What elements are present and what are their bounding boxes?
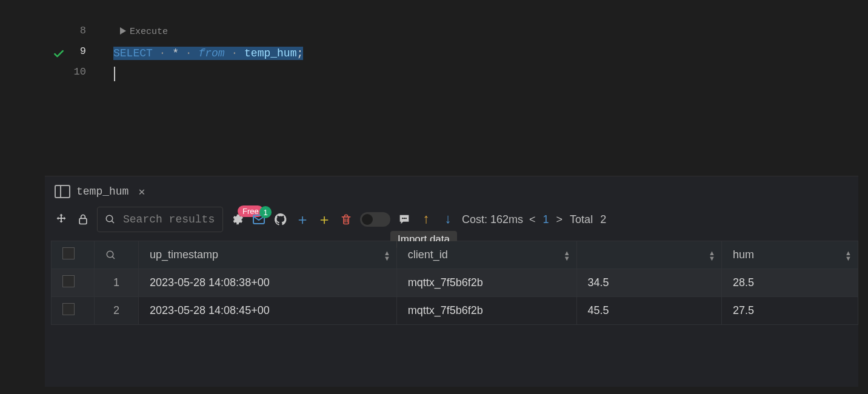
sql-select-line[interactable]: SELECT · * · from · temp_hum; — [113, 46, 303, 61]
cell-client-id: mqttx_7f5b6f2b — [396, 269, 576, 297]
execute-codelens[interactable]: Execute — [120, 27, 168, 37]
pagination: < 1 > Total 2 — [529, 213, 606, 226]
table-row[interactable]: 2 2023-05-28 14:08:45+00 mqttx_7f5b6f2b … — [52, 297, 858, 325]
search-icon — [105, 214, 116, 225]
svg-point-1 — [106, 215, 113, 222]
page-current: 1 — [543, 213, 549, 226]
toggle-switch[interactable] — [360, 212, 390, 227]
svg-point-3 — [402, 218, 403, 219]
table-row[interactable]: 1 2023-05-28 14:08:38+00 mqttx_7f5b6f2b … — [52, 269, 858, 297]
cost-display: Cost: 162ms — [462, 213, 523, 226]
play-icon — [120, 27, 126, 35]
settings-button[interactable]: Free — [229, 212, 245, 227]
col-temp[interactable]: ▲▼ — [576, 241, 721, 269]
svg-point-5 — [406, 218, 407, 219]
sort-icon: ▲▼ — [845, 250, 852, 260]
search-icon — [105, 250, 116, 261]
sort-icon: ▲▼ — [564, 250, 570, 260]
activity-bar — [0, 0, 45, 394]
cell-hum: 27.5 — [721, 297, 858, 325]
next-page-button[interactable]: > — [556, 213, 563, 226]
table-header-row: up_timestamp▲▼ client_id▲▼ ▲▼ hum▲▼ — [52, 241, 858, 269]
results-tab[interactable]: temp_hum — [76, 185, 129, 198]
search-results-box[interactable] — [97, 207, 223, 232]
line-number-gutter: 7 8 9 10 — [56, 0, 86, 82]
comment-icon[interactable] — [396, 212, 412, 227]
svg-point-4 — [404, 218, 405, 219]
checkbox-icon[interactable] — [62, 247, 75, 259]
results-panel: temp_hum ✕ Free — [45, 176, 858, 387]
results-table: up_timestamp▲▼ client_id▲▼ ▲▼ hum▲▼ 1 20… — [51, 241, 858, 325]
col-up-timestamp[interactable]: up_timestamp▲▼ — [139, 241, 397, 269]
row-checkbox[interactable] — [62, 303, 75, 315]
add-yellow-button[interactable]: ＋ — [316, 212, 332, 227]
move-icon[interactable] — [53, 212, 69, 227]
check-icon — [53, 48, 65, 60]
github-button[interactable] — [273, 212, 289, 227]
prev-page-button[interactable]: < — [529, 213, 536, 226]
line-number: 8 — [56, 21, 86, 41]
cell-up-timestamp: 2023-05-28 14:08:38+00 — [139, 269, 397, 297]
add-blue-button[interactable]: ＋ — [295, 212, 310, 227]
execute-label: Execute — [130, 27, 168, 37]
sort-icon: ▲▼ — [384, 250, 390, 260]
cell-hum: 28.5 — [721, 269, 858, 297]
total-label: Total — [570, 213, 593, 226]
row-index: 2 — [95, 297, 139, 325]
col-client-id[interactable]: client_id▲▼ — [396, 241, 576, 269]
import-button[interactable]: ↑ Import data — [418, 212, 434, 227]
total-value: 2 — [600, 213, 606, 226]
sort-icon: ▲▼ — [709, 250, 715, 260]
col-hum[interactable]: hum▲▼ — [721, 241, 858, 269]
mail-button[interactable]: 1 — [251, 212, 267, 227]
cell-temp: 34.5 — [576, 269, 721, 297]
panel-layout-icon[interactable] — [55, 185, 70, 198]
line-number: 10 — [56, 62, 86, 82]
cell-up-timestamp: 2023-05-28 14:08:45+00 — [139, 297, 397, 325]
select-all-header[interactable] — [52, 241, 95, 269]
cell-client-id: mqttx_7f5b6f2b — [396, 297, 576, 325]
code-editor[interactable]: 7 8 9 10 Execute SELECT · * · from · tem… — [45, 0, 868, 176]
delete-button[interactable] — [338, 212, 354, 227]
editor-cursor — [114, 67, 115, 81]
svg-point-6 — [107, 251, 113, 258]
cell-temp: 45.5 — [576, 297, 721, 325]
row-checkbox[interactable] — [62, 275, 75, 287]
mail-badge: 1 — [259, 206, 272, 218]
svg-rect-0 — [79, 218, 87, 224]
index-header — [95, 241, 139, 269]
close-tab-button[interactable]: ✕ — [135, 184, 149, 199]
row-index: 1 — [95, 269, 139, 297]
search-input[interactable] — [122, 213, 215, 226]
lock-icon[interactable] — [75, 212, 91, 227]
export-button[interactable]: ↓ — [440, 212, 456, 227]
results-toolbar: Free 1 ＋ ＋ ↑ Import da — [45, 203, 858, 238]
